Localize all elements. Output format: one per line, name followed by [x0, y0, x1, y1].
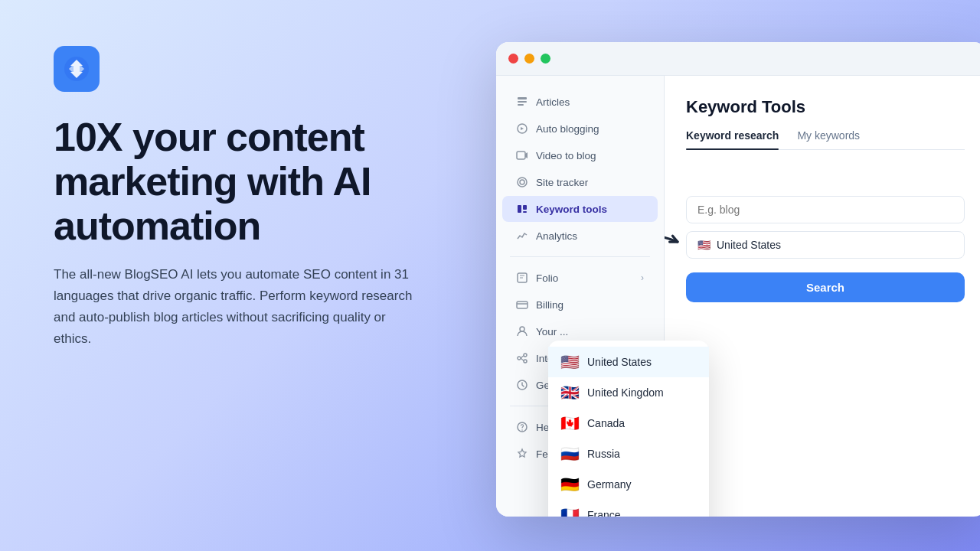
tab-keyword-research[interactable]: Keyword research: [686, 129, 779, 149]
uk-flag-icon: 🇬🇧: [560, 385, 580, 400]
dropdown-item-russia[interactable]: 🇷🇺 Russia: [548, 439, 709, 469]
country-dropdown: 🇺🇸 United States 🇬🇧 United Kingdom 🇨🇦 Ca…: [548, 341, 709, 517]
dropdown-item-us[interactable]: 🇺🇸 United States: [548, 347, 709, 377]
browser-window: Articles Auto blogging Video to blog Sit…: [496, 42, 980, 517]
svg-point-19: [521, 429, 523, 431]
canada-flag-icon: 🇨🇦: [560, 416, 580, 431]
svg-point-16: [524, 360, 527, 363]
svg-rect-5: [517, 152, 525, 159]
svg-rect-3: [518, 104, 524, 106]
svg-point-7: [518, 178, 527, 187]
sidebar-divider-1: [510, 256, 650, 257]
us-flag-icon: 🇺🇸: [560, 354, 580, 370]
keyword-search-input[interactable]: [686, 196, 965, 223]
russia-flag-icon: 🇷🇺: [560, 446, 580, 461]
folio-arrow-icon: ›: [641, 272, 644, 283]
selected-country-display[interactable]: 🇺🇸 United States: [686, 231, 965, 259]
left-section: 10X your content marketing with AI autom…: [0, 0, 475, 551]
search-area: 🇺🇸 United States Search: [686, 196, 965, 302]
main-content: Keyword Tools Keyword research My keywor…: [665, 76, 980, 517]
search-button[interactable]: Search: [686, 272, 965, 302]
svg-point-15: [524, 354, 527, 357]
tab-my-keywords[interactable]: My keywords: [797, 129, 860, 149]
page-subtext: The all-new BlogSEO AI lets you automate…: [54, 264, 421, 350]
dropdown-item-germany[interactable]: 🇩🇪 Germany: [548, 469, 709, 500]
sidebar-item-tracker[interactable]: Site tracker: [502, 169, 658, 195]
sidebar-item-analytics[interactable]: Analytics: [502, 223, 658, 249]
traffic-light-green[interactable]: [541, 54, 550, 64]
dropdown-item-uk[interactable]: 🇬🇧 United Kingdom: [548, 377, 709, 408]
sidebar-item-video[interactable]: Video to blog: [502, 142, 658, 168]
dropdown-item-canada[interactable]: 🇨🇦 Canada: [548, 408, 709, 439]
svg-rect-10: [523, 211, 527, 213]
us-flag-icon: 🇺🇸: [697, 239, 710, 251]
svg-rect-8: [518, 205, 521, 213]
svg-point-13: [520, 327, 524, 331]
sidebar-item-folio[interactable]: Folio ›: [502, 265, 658, 291]
svg-point-14: [518, 357, 521, 360]
svg-rect-1: [518, 97, 527, 99]
traffic-light-yellow[interactable]: [524, 54, 534, 64]
france-flag-icon: 🇫🇷: [560, 507, 580, 517]
sidebar-item-billing[interactable]: Billing: [502, 292, 658, 318]
app-logo: [54, 46, 100, 92]
germany-flag-icon: 🇩🇪: [560, 477, 580, 492]
sidebar-item-auto-blogging[interactable]: Auto blogging: [502, 116, 658, 142]
page-title: Keyword Tools: [686, 97, 965, 117]
svg-rect-2: [518, 101, 527, 103]
svg-rect-12: [517, 302, 528, 308]
browser-titlebar: [496, 42, 980, 76]
page-headline: 10X your content marketing with AI autom…: [54, 115, 421, 249]
dropdown-item-france[interactable]: 🇫🇷 France: [548, 500, 709, 517]
arrow-annotation: [665, 212, 688, 272]
svg-point-6: [520, 180, 524, 184]
tabs-container: Keyword research My keywords: [686, 129, 965, 150]
sidebar-item-keyword-tools[interactable]: Keyword tools: [502, 196, 658, 222]
traffic-light-red[interactable]: [508, 54, 518, 64]
sidebar-item-articles[interactable]: Articles: [502, 89, 658, 115]
svg-rect-9: [523, 205, 527, 210]
